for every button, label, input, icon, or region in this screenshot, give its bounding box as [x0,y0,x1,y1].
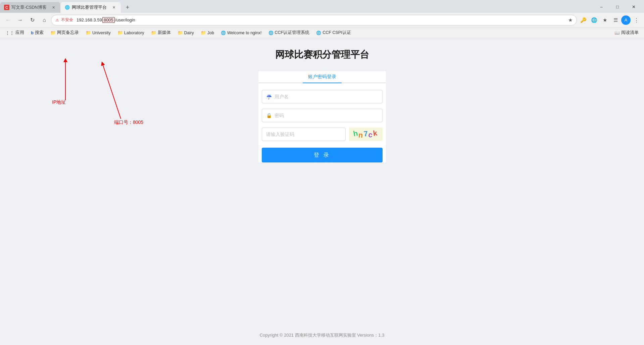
new-tab-button[interactable]: + [122,2,133,13]
close-button[interactable]: ✕ [626,2,641,11]
maximize-button[interactable]: □ [610,2,625,11]
read-list-label: 阅读清单 [621,30,639,36]
bm-laboratory[interactable]: 📁 Laboratory [115,29,147,36]
bm-search[interactable]: b 搜索 [28,29,46,37]
globe-nginx-icon: 🌐 [221,31,226,35]
menu-icon[interactable]: ⋮ [631,15,641,25]
folder-job-icon: 📁 [201,30,206,35]
footer: Copyright © 2021 西南科技大学移动互联网实验室 Versions… [0,332,644,338]
captcha-image[interactable]: hn7ck [349,128,383,141]
address-path: /user/login [115,17,135,22]
user-icon: ☔ [266,94,272,99]
globe-ccf2-icon: 🌐 [316,31,321,35]
bm-history-label: 网页备忘录 [57,30,79,36]
username-input-group: ☔ [262,90,383,103]
login-tab-bar: 账户密码登录 [258,71,386,83]
address-text: 192.168.3.598005/user/login [77,17,566,22]
password-input[interactable] [275,113,378,118]
address-bar[interactable]: ⚠ 不安全 192.168.3.598005/user/login ★ [51,15,577,26]
address-port-wrapper: 8005 [102,17,115,23]
key-icon[interactable]: 🔑 [578,15,588,25]
csdn-favicon: C [4,5,9,10]
bm-ccf1[interactable]: 🌐 CCF认证管理系统 [266,29,312,37]
login-button[interactable]: 登 录 [262,148,383,162]
bm-nginx[interactable]: 🌐 Welcome to nginx! [218,30,264,36]
bm-history[interactable]: 📁 网页备忘录 [48,29,82,37]
address-insecure-label: 不安全 [61,17,73,23]
captcha-input-wrap [262,128,346,141]
folder-university-icon: 📁 [86,30,91,35]
star-icon[interactable]: ★ [568,17,573,23]
lock-icon: 🔒 [266,113,272,118]
bm-apps-label: 应用 [15,30,24,36]
tab-csdn-label: 写文章-CSDN博客 [11,5,48,10]
address-ip: 192.168.3.59 [77,17,102,22]
tab-tennis-label: 网球比赛管理平台 [72,5,109,10]
tab-csdn-close[interactable]: ✕ [50,4,56,10]
folder-laboratory-icon: 📁 [117,30,123,35]
translate-icon[interactable]: 🌐 [589,15,599,25]
login-wrapper: 网球比赛积分管理平台 账户密码登录 ☔ 🔒 [0,38,644,162]
bm-ccf2-label: CCF CSPI认证 [323,30,351,36]
folder-media-icon: 📁 [151,30,156,35]
page-content: IP地址 端口号：8005 网球比赛积分管理平台 账户密码登录 ☔ [0,38,644,345]
title-bar: C 写文章-CSDN博客 ✕ 🌐 网球比赛管理平台 ✕ + – □ ✕ [0,0,644,13]
bm-media[interactable]: 📁 新媒体 [148,29,174,37]
baidu-icon: b [31,30,34,35]
forward-button[interactable]: → [15,15,26,26]
apps-icon: ⋮⋮ [5,30,14,35]
bm-dairy-label: Dairy [184,31,194,35]
bm-ccf1-label: CCF认证管理系统 [275,30,310,36]
bm-university[interactable]: 📁 University [83,29,113,36]
folder-dairy-icon: 📁 [178,30,183,35]
bm-search-label: 搜索 [35,30,44,36]
profile-icon[interactable]: A [621,15,631,25]
password-input-group: 🔒 [262,109,383,122]
tab-tennis[interactable]: 🌐 网球比赛管理平台 ✕ [60,2,121,13]
page-title: 网球比赛积分管理平台 [275,48,369,61]
read-list-icon: 📖 [614,30,620,35]
tab-tennis-close[interactable]: ✕ [111,4,117,10]
bm-media-label: 新媒体 [158,30,171,36]
browser-frame: C 写文章-CSDN博客 ✕ 🌐 网球比赛管理平台 ✕ + – □ ✕ ← → … [0,0,644,345]
bookmarks-bar: ⋮⋮ 应用 b 搜索 📁 网页备忘录 📁 University 📁 Labora… [0,28,644,38]
reload-button[interactable]: ↻ [27,15,38,26]
captcha-row: hn7ck [262,128,383,141]
minimize-button[interactable]: – [594,2,609,11]
username-input[interactable] [275,94,378,99]
window-controls: – □ ✕ [594,2,644,13]
footer-text: Copyright © 2021 西南科技大学移动互联网实验室 Versions… [260,333,385,338]
insecure-icon: ⚠ [55,18,59,22]
bm-apps[interactable]: ⋮⋮ 应用 [3,29,27,37]
bookmark-star-icon[interactable]: ★ [600,15,610,25]
captcha-input[interactable] [266,132,341,137]
home-button[interactable]: ⌂ [39,15,50,26]
tennis-favicon: 🌐 [64,5,70,10]
bm-nginx-label: Welcome to nginx! [227,31,262,35]
read-list-button[interactable]: 📖 阅读清单 [612,29,641,37]
login-box: 账户密码登录 ☔ 🔒 hn7ck [258,71,386,162]
extension-icon[interactable]: ☰ [610,15,621,25]
bm-laboratory-label: Laboratory [124,31,144,35]
toolbar: ← → ↻ ⌂ ⚠ 不安全 192.168.3.598005/user/logi… [0,13,644,28]
globe-ccf1-icon: 🌐 [268,31,274,35]
bm-dairy[interactable]: 📁 Dairy [175,29,197,36]
folder-history-icon: 📁 [50,30,56,35]
bm-university-label: University [92,31,111,35]
tab-csdn[interactable]: C 写文章-CSDN博客 ✕ [0,2,60,13]
back-button[interactable]: ← [3,15,13,26]
bm-ccf2[interactable]: 🌐 CCF CSPI认证 [313,29,353,37]
toolbar-actions: 🔑 🌐 ★ ☰ A ⋮ [578,15,641,25]
login-tab-password[interactable]: 账户密码登录 [303,71,342,83]
bm-job-label: Job [207,31,214,35]
bm-job[interactable]: 📁 Job [198,29,217,36]
